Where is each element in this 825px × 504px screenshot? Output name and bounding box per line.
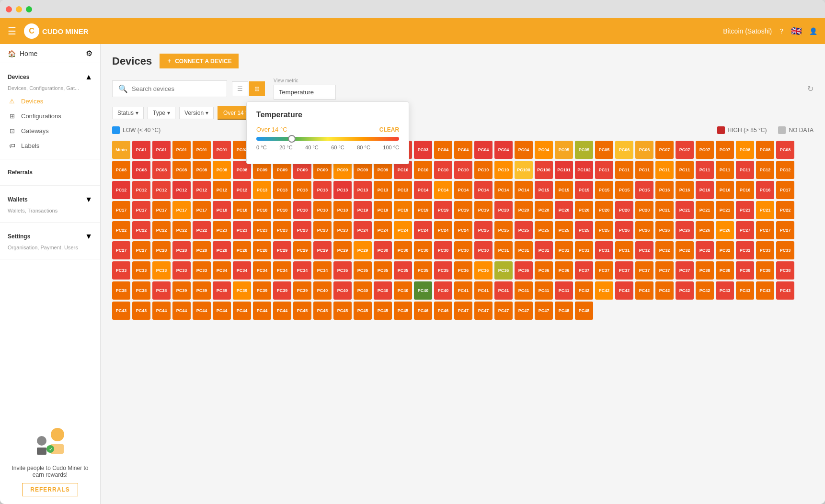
- device-tile[interactable]: PC28: [193, 241, 211, 259]
- type-filter[interactable]: Type ▾: [148, 107, 175, 119]
- device-tile[interactable]: PC25: [494, 221, 513, 239]
- device-tile[interactable]: PC23: [333, 221, 352, 239]
- sidebar-item-configurations[interactable]: ⊞ Configurations: [0, 109, 100, 123]
- device-tile[interactable]: PC39: [253, 281, 271, 300]
- device-tile[interactable]: PC40: [434, 281, 452, 300]
- device-tile[interactable]: PC20: [555, 201, 573, 219]
- device-tile[interactable]: PC44: [233, 302, 251, 320]
- device-tile[interactable]: PC44: [152, 302, 171, 320]
- device-tile[interactable]: PC31: [535, 241, 553, 259]
- device-tile[interactable]: PC15: [635, 181, 653, 199]
- settings-expand[interactable]: ▼: [85, 232, 92, 241]
- settings-icon[interactable]: ⚙: [86, 49, 92, 58]
- device-tile[interactable]: PC101: [555, 161, 573, 179]
- sidebar-item-home[interactable]: 🏠 Home ⚙: [0, 44, 100, 63]
- device-tile[interactable]: PC32: [635, 241, 653, 259]
- device-tile[interactable]: PC24: [354, 221, 372, 239]
- device-tile[interactable]: PC33: [776, 241, 794, 259]
- device-tile[interactable]: PC03: [414, 141, 432, 159]
- device-tile[interactable]: PC24: [454, 221, 472, 239]
- device-tile[interactable]: PC47: [454, 302, 472, 320]
- device-tile[interactable]: PC40: [394, 281, 412, 300]
- device-tile[interactable]: PC19: [474, 201, 493, 219]
- device-tile[interactable]: PC11: [635, 161, 653, 179]
- device-tile[interactable]: PC36: [515, 261, 533, 280]
- device-tile[interactable]: PC11: [736, 161, 754, 179]
- device-tile[interactable]: PC11: [615, 161, 633, 179]
- device-tile[interactable]: PC12: [152, 181, 171, 199]
- device-tile[interactable]: PC12: [213, 181, 231, 199]
- device-tile[interactable]: PC21: [736, 201, 754, 219]
- device-tile[interactable]: PC37: [635, 261, 653, 280]
- device-tile[interactable]: PC20: [595, 201, 613, 219]
- device-tile[interactable]: PC28: [152, 241, 171, 259]
- device-tile[interactable]: PC31: [575, 241, 593, 259]
- device-tile[interactable]: PC13: [354, 181, 372, 199]
- device-tile[interactable]: PC29: [273, 241, 291, 259]
- temp-clear-button[interactable]: CLEAR: [379, 126, 399, 133]
- device-tile[interactable]: PC24: [414, 221, 432, 239]
- close-button[interactable]: [6, 6, 12, 12]
- device-tile[interactable]: PC42: [676, 281, 694, 300]
- device-tile[interactable]: PC102: [575, 161, 593, 179]
- device-tile[interactable]: PC41: [555, 281, 573, 300]
- device-tile[interactable]: PC04: [474, 141, 493, 159]
- device-tile[interactable]: PC29: [313, 241, 332, 259]
- device-tile[interactable]: PC17: [112, 201, 130, 219]
- device-tile[interactable]: PC19: [394, 201, 412, 219]
- device-tile[interactable]: PC42: [595, 281, 613, 300]
- device-tile[interactable]: PC17: [193, 201, 211, 219]
- device-tile[interactable]: PC18: [333, 201, 352, 219]
- device-tile[interactable]: PC32: [676, 241, 694, 259]
- device-tile[interactable]: PC24: [434, 221, 452, 239]
- device-tile[interactable]: PC45: [313, 302, 332, 320]
- device-tile[interactable]: PC23: [213, 221, 231, 239]
- device-tile[interactable]: PC43: [776, 281, 794, 300]
- device-tile[interactable]: PC14: [515, 181, 533, 199]
- grid-view-button[interactable]: ⊞: [249, 81, 265, 96]
- device-tile[interactable]: PC11: [676, 161, 694, 179]
- device-tile[interactable]: PC43: [716, 281, 734, 300]
- device-tile[interactable]: PC25: [595, 221, 613, 239]
- device-tile[interactable]: PC36: [454, 261, 472, 280]
- device-tile[interactable]: PC43: [756, 281, 774, 300]
- device-tile[interactable]: PC33: [756, 241, 774, 259]
- device-tile[interactable]: PC38: [756, 261, 774, 280]
- device-tile[interactable]: PC13: [253, 181, 271, 199]
- device-tile[interactable]: PC34: [213, 261, 231, 280]
- device-tile[interactable]: PC15: [615, 181, 633, 199]
- device-tile[interactable]: PC39: [213, 281, 231, 300]
- device-tile[interactable]: PC19: [434, 201, 452, 219]
- device-tile[interactable]: PC48: [575, 302, 593, 320]
- device-tile[interactable]: PC29: [354, 241, 372, 259]
- device-tile[interactable]: PC42: [655, 281, 674, 300]
- device-tile[interactable]: PC39: [273, 281, 291, 300]
- device-tile[interactable]: PC17: [172, 201, 191, 219]
- device-tile[interactable]: PC21: [756, 201, 774, 219]
- device-tile[interactable]: PC23: [313, 221, 332, 239]
- device-tile[interactable]: PC34: [273, 261, 291, 280]
- device-tile[interactable]: PC01: [132, 141, 150, 159]
- device-tile[interactable]: PC08: [756, 141, 774, 159]
- device-tile[interactable]: PC21: [696, 201, 714, 219]
- device-tile[interactable]: PC01: [193, 141, 211, 159]
- device-tile[interactable]: PC23: [253, 221, 271, 239]
- device-tile[interactable]: PC13: [273, 181, 291, 199]
- device-tile[interactable]: PC06: [615, 141, 633, 159]
- device-tile[interactable]: PC17: [152, 201, 171, 219]
- device-tile[interactable]: PC45: [374, 302, 392, 320]
- device-tile[interactable]: PC41: [474, 281, 493, 300]
- device-tile[interactable]: PC04: [434, 141, 452, 159]
- device-tile[interactable]: PC40: [414, 281, 432, 300]
- device-tile[interactable]: PC36: [555, 261, 573, 280]
- device-tile[interactable]: PC42: [696, 281, 714, 300]
- device-tile[interactable]: PC12: [756, 161, 774, 179]
- device-tile[interactable]: PC47: [535, 302, 553, 320]
- device-tile[interactable]: PC17: [776, 181, 794, 199]
- device-tile[interactable]: PC13: [293, 181, 311, 199]
- device-tile[interactable]: PC100: [535, 161, 553, 179]
- device-tile[interactable]: PC25: [535, 221, 553, 239]
- device-tile[interactable]: PC08: [193, 161, 211, 179]
- search-input[interactable]: [132, 85, 221, 92]
- device-tile[interactable]: PC41: [494, 281, 513, 300]
